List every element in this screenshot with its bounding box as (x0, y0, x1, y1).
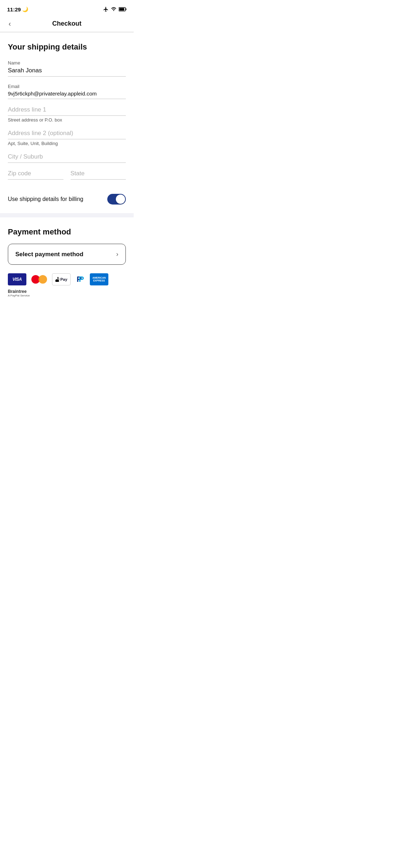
svg-text:P: P (79, 275, 84, 284)
time-label: 11:29 (7, 6, 21, 12)
address2-field: Address line 2 (optional) Apt, Suite, Un… (8, 130, 126, 146)
address-section: Address line 1 Street address or P.O. bo… (8, 106, 126, 180)
page-title: Checkout (52, 20, 81, 27)
address1-field: Address line 1 Street address or P.O. bo… (8, 106, 126, 123)
name-field: Name Sarah Jonas (8, 60, 126, 77)
address2-placeholder[interactable]: Address line 2 (optional) (8, 130, 126, 139)
name-value[interactable]: Sarah Jonas (8, 67, 126, 77)
billing-toggle-row: Use shipping details for billing (8, 187, 126, 213)
airplane-icon (103, 6, 109, 12)
svg-rect-1 (119, 8, 124, 11)
amex-logo: AMERICANEXPRESS (90, 273, 108, 285)
email-field: Email 9vj5r6ckph@privaterelay.appleid.co… (8, 84, 126, 99)
payment-section: Payment method Select payment method › V… (0, 217, 134, 308)
payment-section-title: Payment method (8, 227, 126, 237)
svg-rect-2 (126, 9, 127, 10)
select-payment-button[interactable]: Select payment method › (8, 244, 126, 265)
braintree-sub: A PayPal Service (8, 294, 30, 298)
payment-logos: VISA Pay P P AMERICANEXPRESS Braint (8, 273, 126, 308)
city-field: City / Suburb (8, 153, 126, 163)
shipping-section-title: Your shipping details (8, 42, 126, 52)
status-icons (103, 6, 127, 12)
wifi-icon (111, 6, 117, 12)
status-bar: 11:29 🌙 (0, 0, 134, 16)
zip-state-row: Zip code State (8, 170, 126, 180)
address1-hint: Street address or P.O. box (8, 117, 126, 123)
status-time: 11:29 🌙 (7, 6, 28, 12)
applepay-logo: Pay (52, 273, 71, 285)
battery-icon (119, 7, 127, 11)
back-button[interactable]: ‹ (7, 18, 12, 29)
paypal-logo: P P (74, 273, 86, 285)
billing-toggle[interactable] (107, 194, 126, 205)
payment-button-arrow-icon: › (116, 250, 118, 258)
payment-button-label: Select payment method (15, 251, 83, 258)
name-label: Name (8, 60, 126, 66)
moon-icon: 🌙 (22, 6, 28, 12)
city-placeholder[interactable]: City / Suburb (8, 153, 126, 163)
braintree-logo: Braintree A PayPal Service (8, 289, 30, 298)
paypal-icon: P P (75, 274, 86, 285)
mastercard-logo (30, 273, 48, 285)
mc-circle-orange (38, 275, 47, 284)
visa-logo: VISA (8, 273, 26, 285)
zip-field: Zip code (8, 170, 63, 180)
braintree-name: Braintree (8, 289, 30, 294)
section-break (0, 213, 134, 217)
main-content: Your shipping details Name Sarah Jonas E… (0, 32, 134, 213)
apple-icon (55, 277, 60, 282)
address2-hint: Apt, Suite, Unit, Building (8, 141, 126, 146)
state-placeholder[interactable]: State (71, 170, 126, 180)
email-label: Email (8, 84, 126, 89)
zip-placeholder[interactable]: Zip code (8, 170, 63, 180)
billing-label: Use shipping details for billing (8, 196, 83, 202)
address1-placeholder[interactable]: Address line 1 (8, 106, 126, 116)
toggle-knob (116, 195, 125, 204)
state-field: State (71, 170, 126, 180)
email-value[interactable]: 9vj5r6ckph@privaterelay.appleid.com (8, 91, 126, 99)
nav-header: ‹ Checkout (0, 16, 134, 32)
